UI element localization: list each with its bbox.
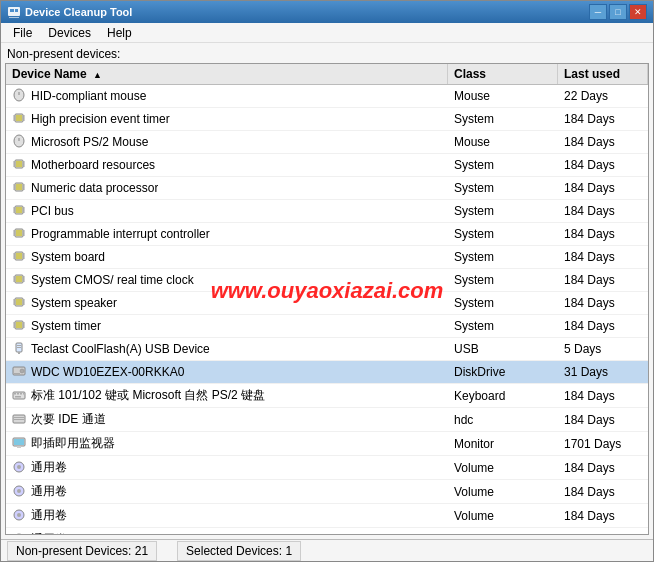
device-name-cell: System speaker	[6, 293, 448, 313]
table-row[interactable]: System speakerSystem184 Days	[6, 292, 648, 315]
menu-help[interactable]: Help	[99, 24, 140, 42]
device-lastused-text: 184 Days	[558, 271, 648, 289]
table-row[interactable]: WDC WD10EZEX-00RKKA0DiskDrive31 Days	[6, 361, 648, 384]
window-controls: ─ □ ✕	[589, 4, 647, 20]
device-icon	[12, 341, 28, 357]
svg-rect-86	[14, 373, 20, 374]
device-icon	[12, 460, 28, 476]
table-row[interactable]: Motherboard resourcesSystem184 Days	[6, 154, 648, 177]
svg-rect-2	[15, 9, 18, 12]
table-row[interactable]: Microsoft PS/2 MouseMouse184 Days	[6, 131, 648, 154]
device-list[interactable]: Device Name ▲ Class Last used HID-compli…	[5, 63, 649, 535]
table-row[interactable]: HID-compliant mouseMouse22 Days	[6, 85, 648, 108]
table-row[interactable]: 即插即用监视器Monitor1701 Days	[6, 432, 648, 456]
device-name-text: 通用卷	[31, 483, 67, 500]
device-name-text: Motherboard resources	[31, 158, 155, 172]
svg-rect-41	[16, 230, 22, 236]
device-name-cell: 通用卷	[6, 505, 448, 526]
column-class[interactable]: Class	[448, 64, 558, 84]
device-lastused-text: 184 Days	[558, 387, 648, 405]
device-class-text: Volume	[448, 507, 558, 525]
table-row[interactable]: 次要 IDE 通道hdc184 Days	[6, 408, 648, 432]
device-name-text: 通用卷	[31, 531, 67, 535]
table-row[interactable]: 通用卷Volume184 Days	[6, 456, 648, 480]
column-lastused[interactable]: Last used	[558, 64, 648, 84]
table-row[interactable]: PCI busSystem184 Days	[6, 200, 648, 223]
window-title: Device Cleanup Tool	[25, 6, 589, 18]
device-name-cell: WDC WD10EZEX-00RKKA0	[6, 362, 448, 382]
device-icon	[12, 364, 28, 380]
device-class-text: System	[448, 179, 558, 197]
device-class-text: DiskDrive	[448, 363, 558, 381]
minimize-button[interactable]: ─	[589, 4, 607, 20]
device-name-cell: Motherboard resources	[6, 155, 448, 175]
device-name-cell: 通用卷	[6, 457, 448, 478]
device-name-text: WDC WD10EZEX-00RKKA0	[31, 365, 184, 379]
device-name-text: HID-compliant mouse	[31, 89, 146, 103]
device-name-text: System board	[31, 250, 105, 264]
device-class-text: Mouse	[448, 133, 558, 151]
table-row[interactable]: Programmable interrupt controllerSystem1…	[6, 223, 648, 246]
device-class-text: System	[448, 271, 558, 289]
device-name-text: 标准 101/102 键或 Microsoft 自然 PS/2 键盘	[31, 387, 265, 404]
device-name-text: High precision event timer	[31, 112, 170, 126]
device-name-cell: HID-compliant mouse	[6, 86, 448, 106]
device-name-text: 通用卷	[31, 459, 67, 476]
table-row[interactable]: System CMOS/ real time clockSystem184 Da…	[6, 269, 648, 292]
device-class-text: Monitor	[448, 435, 558, 453]
table-row[interactable]: 通用卷Volume1701 Days	[6, 528, 648, 535]
device-class-text: Volume	[448, 531, 558, 536]
device-name-cell: Programmable interrupt controller	[6, 224, 448, 244]
svg-rect-95	[14, 419, 24, 420]
device-lastused-text: 184 Days	[558, 294, 648, 312]
table-row[interactable]: 通用卷Volume184 Days	[6, 480, 648, 504]
device-icon	[12, 249, 28, 265]
device-name-text: 通用卷	[31, 507, 67, 524]
table-row[interactable]: System timerSystem184 Days	[6, 315, 648, 338]
svg-rect-98	[14, 439, 24, 445]
table-row[interactable]: 标准 101/102 键或 Microsoft 自然 PS/2 键盘Keyboa…	[6, 384, 648, 408]
device-name-text: 即插即用监视器	[31, 435, 115, 452]
main-content: Non-present devices: Device Name ▲ Class…	[1, 43, 653, 539]
device-class-text: Volume	[448, 483, 558, 501]
device-name-cell: 通用卷	[6, 481, 448, 502]
svg-rect-7	[16, 115, 22, 121]
svg-rect-91	[23, 393, 24, 395]
device-name-text: PCI bus	[31, 204, 74, 218]
device-lastused-text: 184 Days	[558, 317, 648, 335]
device-name-cell: PCI bus	[6, 201, 448, 221]
menu-devices[interactable]: Devices	[40, 24, 99, 42]
device-lastused-text: 184 Days	[558, 202, 648, 220]
device-lastused-text: 184 Days	[558, 225, 648, 243]
device-icon	[12, 318, 28, 334]
table-row[interactable]: Teclast CoolFlash(A) USB DeviceUSB5 Days	[6, 338, 648, 361]
device-name-cell: System timer	[6, 316, 448, 336]
svg-rect-49	[16, 253, 22, 259]
main-window: Device Cleanup Tool ─ □ ✕ File Devices H…	[0, 0, 654, 562]
device-icon	[12, 157, 28, 173]
svg-point-105	[14, 534, 24, 536]
status-non-present: Non-present Devices: 21	[7, 541, 157, 561]
maximize-button[interactable]: □	[609, 4, 627, 20]
status-selected: Selected Devices: 1	[177, 541, 301, 561]
table-row[interactable]: System boardSystem184 Days	[6, 246, 648, 269]
svg-rect-1	[10, 9, 14, 12]
device-icon	[12, 295, 28, 311]
table-row[interactable]: 通用卷Volume184 Days	[6, 504, 648, 528]
svg-rect-81	[18, 352, 20, 354]
device-class-text: System	[448, 156, 558, 174]
table-row[interactable]: High precision event timerSystem184 Days	[6, 108, 648, 131]
svg-rect-33	[16, 207, 22, 213]
table-row[interactable]: Numeric data processorSystem184 Days	[6, 177, 648, 200]
status-bar: Non-present Devices: 21 Selected Devices…	[1, 539, 653, 561]
device-name-text: 次要 IDE 通道	[31, 411, 106, 428]
svg-rect-97	[17, 446, 21, 448]
menu-file[interactable]: File	[5, 24, 40, 42]
svg-rect-94	[14, 417, 24, 418]
device-icon	[12, 180, 28, 196]
svg-rect-88	[14, 393, 16, 395]
device-name-cell: High precision event timer	[6, 109, 448, 129]
close-button[interactable]: ✕	[629, 4, 647, 20]
column-name[interactable]: Device Name ▲	[6, 64, 448, 84]
device-icon	[12, 412, 28, 428]
